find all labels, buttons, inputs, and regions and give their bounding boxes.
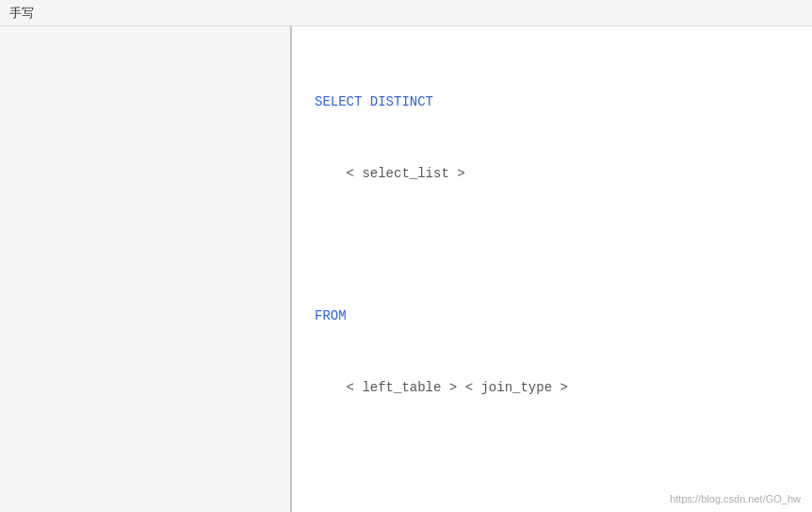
main-area: SELECT DISTINCT < select_list > FROM < l… [0, 26, 812, 512]
code-line-blank-1 [315, 234, 789, 257]
top-bar-label: 手写 [9, 5, 34, 22]
watermark: https://blog.csdn.net/GO_hw [670, 493, 801, 504]
top-bar: 手写 [0, 0, 812, 26]
code-line-2: < select_list > [315, 162, 789, 186]
right-panel: SELECT DISTINCT < select_list > FROM < l… [292, 26, 812, 512]
code-line-blank-2 [315, 447, 789, 471]
left-panel [0, 26, 292, 512]
code-block: SELECT DISTINCT < select_list > FROM < l… [315, 43, 789, 512]
code-line-1: SELECT DISTINCT [315, 91, 789, 114]
placeholder-from: < left_table > < join_type > [315, 380, 568, 395]
code-line-3: FROM [315, 305, 789, 328]
placeholder-select-list: < select_list > [315, 166, 465, 181]
keyword-select: SELECT DISTINCT [315, 94, 433, 109]
keyword-from: FROM [315, 308, 347, 323]
code-line-4: < left_table > < join_type > [315, 376, 789, 400]
